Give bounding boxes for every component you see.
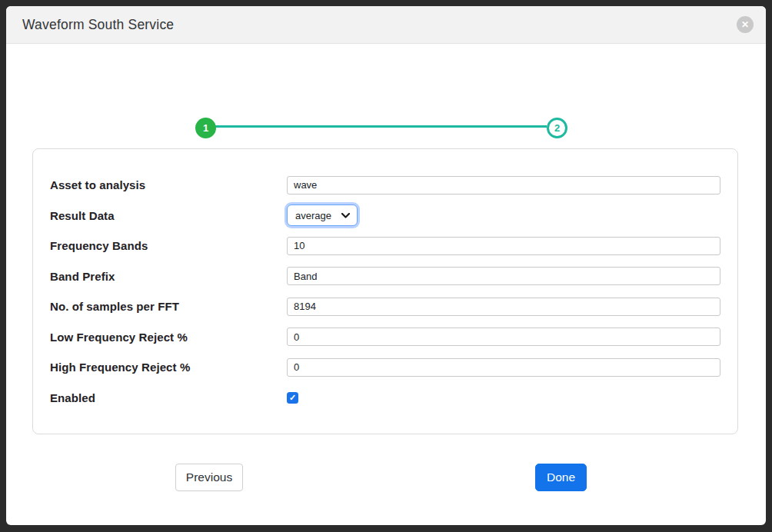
form-row-asset-to-analysis: Asset to analysis (50, 170, 720, 201)
frequency-bands-label: Frequency Bands (50, 239, 287, 252)
high-frequency-reject-input[interactable] (287, 358, 720, 377)
step-2-number: 2 (554, 122, 560, 134)
enabled-checkbox[interactable]: ✓ (287, 392, 298, 404)
result-data-selected-value: average (295, 210, 331, 221)
frequency-bands-input[interactable] (287, 237, 720, 255)
form-row-band-prefix: Band Prefix (50, 261, 720, 292)
waveform-south-service-dialog: Waveform South Service ✕ 1 2 Plugin Name… (6, 6, 766, 525)
band-prefix-label: Band Prefix (50, 270, 287, 283)
configuration-form-card: Asset to analysis Result Data average Fr… (32, 148, 738, 434)
form-row-enabled: Enabled ✓ (50, 383, 720, 414)
form-row-high-frequency-reject: High Frequency Reject % (50, 352, 720, 383)
chevron-down-icon (341, 213, 350, 218)
previous-button[interactable]: Previous (175, 464, 243, 491)
result-data-select[interactable]: average (287, 204, 358, 226)
asset-to-analysis-label: Asset to analysis (50, 178, 287, 191)
high-frequency-reject-label: High Frequency Reject % (50, 361, 287, 374)
step-2-indicator[interactable]: 2 (547, 118, 567, 138)
close-button[interactable]: ✕ (737, 16, 754, 33)
asset-to-analysis-input[interactable] (287, 176, 720, 195)
samples-per-fft-input[interactable] (287, 298, 720, 316)
form-row-samples-per-fft: No. of samples per FFT (50, 291, 720, 322)
step-1-number: 1 (203, 122, 208, 134)
step-1-indicator[interactable]: 1 (195, 118, 216, 138)
checkmark-icon: ✓ (289, 394, 296, 402)
result-data-label: Result Data (50, 209, 287, 222)
enabled-label: Enabled (50, 391, 287, 404)
dialog-header: Waveform South Service ✕ (6, 6, 766, 44)
form-row-low-frequency-reject: Low Frequency Reject % (50, 322, 720, 353)
samples-per-fft-label: No. of samples per FFT (50, 300, 287, 313)
band-prefix-input[interactable] (287, 267, 720, 285)
done-button[interactable]: Done (535, 464, 587, 491)
form-row-result-data: Result Data average (50, 201, 720, 231)
close-icon: ✕ (741, 20, 749, 29)
stepper-connector-line (215, 125, 547, 128)
form-row-frequency-bands: Frequency Bands (50, 231, 720, 261)
low-frequency-reject-input[interactable] (287, 328, 720, 346)
wizard-stepper: 1 2 Plugin Name Review Configuration (6, 44, 766, 128)
dialog-title: Waveform South Service (22, 17, 174, 33)
low-frequency-reject-label: Low Frequency Reject % (50, 331, 287, 344)
